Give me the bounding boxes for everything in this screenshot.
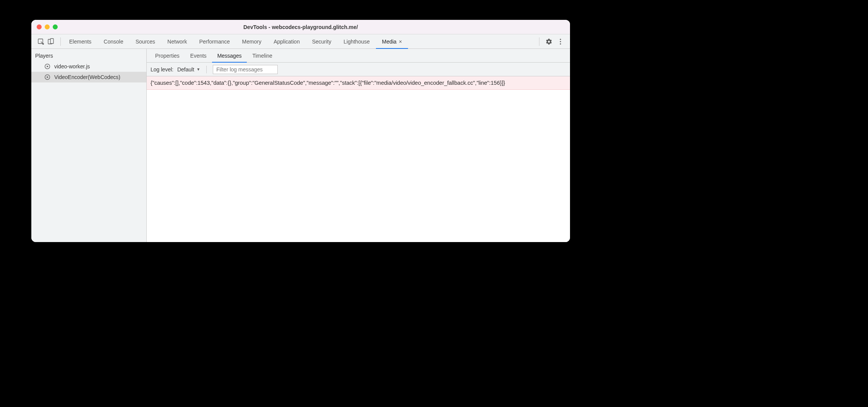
tab-label: Memory <box>242 39 262 45</box>
loglevel-label: Log level: <box>151 66 173 73</box>
zoom-window-button[interactable] <box>53 24 58 29</box>
main-toolbar: ElementsConsoleSourcesNetworkPerformance… <box>31 34 570 49</box>
inspect-element-icon[interactable] <box>37 38 44 45</box>
body: Players video-worker.jsVideoEncoder(WebC… <box>31 49 570 242</box>
loglevel-value: Default <box>177 66 194 73</box>
tab-label: Security <box>312 39 332 45</box>
svg-point-4 <box>560 41 561 42</box>
subtab-events[interactable]: Events <box>185 49 212 62</box>
svg-point-3 <box>560 39 561 40</box>
player-item[interactable]: video-worker.js <box>31 61 146 72</box>
players-sidebar: Players video-worker.jsVideoEncoder(WebC… <box>31 49 147 242</box>
tab-label: Network <box>167 39 187 45</box>
toolbar-right-icons <box>542 38 568 45</box>
devtools-window: DevTools - webcodecs-playground.glitch.m… <box>31 20 570 242</box>
tab-label: Lighthouse <box>343 39 370 45</box>
play-icon <box>44 74 50 80</box>
tab-label: Application <box>274 39 300 45</box>
filter-bar: Log level: Default ▼ <box>147 63 570 76</box>
media-subtabs: PropertiesEventsMessagesTimeline <box>147 49 570 63</box>
tab-media[interactable]: Media× <box>376 34 408 48</box>
more-options-icon[interactable] <box>557 38 564 45</box>
toolbar-divider-right <box>539 37 539 46</box>
svg-point-5 <box>560 43 561 44</box>
players-list: video-worker.jsVideoEncoder(WebCodecs) <box>31 61 146 82</box>
subtab-timeline[interactable]: Timeline <box>247 49 277 62</box>
titlebar: DevTools - webcodecs-playground.glitch.m… <box>31 20 570 34</box>
tab-security[interactable]: Security <box>306 34 338 48</box>
tab-sources[interactable]: Sources <box>130 34 161 48</box>
svg-rect-2 <box>50 39 53 44</box>
tab-label: Media <box>382 39 397 45</box>
settings-icon[interactable] <box>546 38 552 45</box>
device-toolbar-icon[interactable] <box>47 38 54 45</box>
tab-label: Sources <box>136 39 155 45</box>
tab-label: Elements <box>69 39 91 45</box>
toolbar-left-icons <box>34 38 58 45</box>
play-icon <box>44 63 50 69</box>
tab-application[interactable]: Application <box>267 34 306 48</box>
tab-label: Performance <box>199 39 230 45</box>
tab-console[interactable]: Console <box>97 34 129 48</box>
loglevel-select[interactable]: Default ▼ <box>177 66 200 73</box>
player-item[interactable]: VideoEncoder(WebCodecs) <box>31 72 146 82</box>
close-window-button[interactable] <box>37 24 42 29</box>
chevron-down-icon: ▼ <box>196 67 200 71</box>
player-label: video-worker.js <box>54 63 90 69</box>
minimize-window-button[interactable] <box>45 24 50 29</box>
panel-tabs: ElementsConsoleSourcesNetworkPerformance… <box>63 34 537 48</box>
tab-label: Console <box>104 39 123 45</box>
tab-performance[interactable]: Performance <box>193 34 236 48</box>
toolbar-divider <box>60 37 61 46</box>
tab-memory[interactable]: Memory <box>236 34 268 48</box>
subtab-properties[interactable]: Properties <box>150 49 185 62</box>
messages-list: {"causes":[],"code":1543,"data":{},"grou… <box>147 76 570 242</box>
traffic-lights <box>31 24 58 29</box>
player-label: VideoEncoder(WebCodecs) <box>54 74 120 80</box>
filter-input[interactable] <box>213 65 278 74</box>
window-title: DevTools - webcodecs-playground.glitch.m… <box>31 24 570 30</box>
filter-divider <box>206 66 207 73</box>
main-panel: PropertiesEventsMessagesTimeline Log lev… <box>147 49 570 242</box>
tab-elements[interactable]: Elements <box>63 34 97 48</box>
tab-lighthouse[interactable]: Lighthouse <box>337 34 376 48</box>
tab-network[interactable]: Network <box>161 34 193 48</box>
close-tab-icon[interactable]: × <box>399 39 402 45</box>
log-message[interactable]: {"causes":[],"code":1543,"data":{},"grou… <box>147 76 570 90</box>
sidebar-heading: Players <box>31 49 146 61</box>
subtab-messages[interactable]: Messages <box>212 49 247 62</box>
